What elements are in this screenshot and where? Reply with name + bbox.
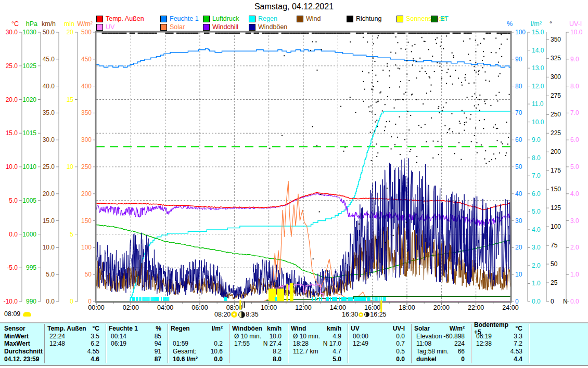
direction-dot <box>483 38 484 39</box>
direction-dot <box>434 71 435 72</box>
cell-value: 91 <box>155 348 168 355</box>
direction-topline <box>132 32 135 33</box>
direction-dot <box>507 38 508 40</box>
direction-dot <box>269 148 270 149</box>
direction-dot <box>498 76 499 77</box>
time-label: 02:00 <box>123 304 139 311</box>
column-unit: °C <box>516 325 529 332</box>
table-cell: 8.0 <box>229 355 288 363</box>
cell-value: 10.6 <box>211 348 229 355</box>
direction-dot <box>458 142 459 143</box>
rain-tick <box>346 297 347 301</box>
axis-tick-c: 0.0 <box>9 231 18 238</box>
sun-icon <box>231 311 237 318</box>
axis-tick-uv-i: 2.0 <box>570 244 579 251</box>
direction-dot <box>418 125 419 126</box>
table-header: Temp. Außen°C <box>44 324 106 333</box>
direction-dot <box>451 113 452 114</box>
axis-tick-uv-i: 0.0 <box>570 298 579 305</box>
direction-dot <box>446 83 447 84</box>
rain-tick <box>334 297 335 301</box>
direction-dot <box>400 81 401 82</box>
axis-tick-: 40 <box>515 190 522 198</box>
direction-dot <box>313 258 314 259</box>
column-name: Regen <box>168 325 190 332</box>
moon-icon <box>238 311 245 318</box>
direction-dot <box>405 92 406 93</box>
direction-dot <box>377 152 378 153</box>
direction-dot <box>406 60 407 61</box>
direction-dot <box>376 156 377 157</box>
direction-dot <box>382 110 383 111</box>
rain-tick <box>349 297 350 301</box>
direction-dot <box>370 132 371 133</box>
direction-dot <box>500 73 501 74</box>
direction-dot <box>479 120 480 121</box>
cell-value: N 17.0 <box>323 340 348 347</box>
direction-topline <box>505 32 507 33</box>
cell-value: 5.0 <box>333 356 348 363</box>
direction-topline <box>430 32 433 33</box>
rain-tick <box>132 297 133 301</box>
sunrise-annotation: 08:20 8:35 <box>214 311 259 318</box>
rain-tick <box>348 297 349 301</box>
cell-time: 22:24 <box>44 333 65 340</box>
direction-dot <box>438 141 439 142</box>
direction-dot <box>378 35 379 36</box>
direction-dot <box>505 155 506 156</box>
direction-dot <box>407 111 408 112</box>
direction-dot <box>475 127 476 128</box>
direction-dot <box>411 51 412 52</box>
series-sonnenschein <box>286 284 288 301</box>
direction-dot <box>412 45 413 46</box>
direction-topline <box>102 32 105 33</box>
series-temp-au-en <box>96 192 509 209</box>
axis-tick-l-m: 14.0 <box>532 47 544 54</box>
direction-dot <box>449 129 450 130</box>
direction-topline <box>223 32 226 33</box>
cell-time: 10.6 l/m² <box>168 356 198 363</box>
sunset-annotation: 16:30 16:25 <box>342 311 387 318</box>
direction-dot <box>398 68 399 69</box>
direction-dot <box>394 144 395 145</box>
direction-topline <box>414 32 416 33</box>
direction-topline <box>282 32 284 33</box>
axis-title-: % <box>507 20 513 28</box>
cell-time: 18:28 <box>288 340 309 347</box>
cell-value: 0.7 <box>396 340 411 347</box>
direction-dot <box>495 52 496 53</box>
direction-dot <box>479 110 480 111</box>
direction-dot <box>445 102 446 103</box>
direction-dot <box>463 41 464 42</box>
direction-topline <box>105 32 107 33</box>
direction-topline <box>447 32 450 33</box>
direction-topline <box>325 32 328 33</box>
axis-title-uv-i: UV-I <box>569 20 582 28</box>
table-cell: Elevation-60.898 <box>411 333 471 340</box>
direction-topline <box>124 32 126 33</box>
axis-tick-km-h: 20.0 <box>43 190 55 198</box>
table-row-label: MaxWert <box>4 340 30 347</box>
direction-dot <box>426 93 427 94</box>
table-header: Windböenkm/h <box>229 324 288 333</box>
cell-time: Gesamt: <box>168 348 196 355</box>
axis-tick-: 50 <box>515 163 522 170</box>
axis-tick-hpa: 1010 <box>22 163 36 170</box>
direction-dot <box>491 52 492 53</box>
direction-dot <box>371 160 372 161</box>
cell-value: 3.3 <box>514 333 529 340</box>
direction-dot <box>439 112 440 113</box>
direction-dot <box>421 68 423 69</box>
rain-tick <box>364 297 365 301</box>
direction-dot <box>372 82 373 83</box>
direction-dot <box>508 137 509 138</box>
direction-dot <box>363 101 364 102</box>
rain-tick <box>168 297 169 301</box>
rain-tick <box>130 297 131 301</box>
cell-value: 85 <box>155 333 168 340</box>
table-cell: 4.55 <box>44 347 106 355</box>
direction-dot <box>493 153 494 154</box>
column-unit: km/h <box>327 325 348 332</box>
direction-dot <box>485 163 487 164</box>
direction-dot <box>440 46 441 47</box>
